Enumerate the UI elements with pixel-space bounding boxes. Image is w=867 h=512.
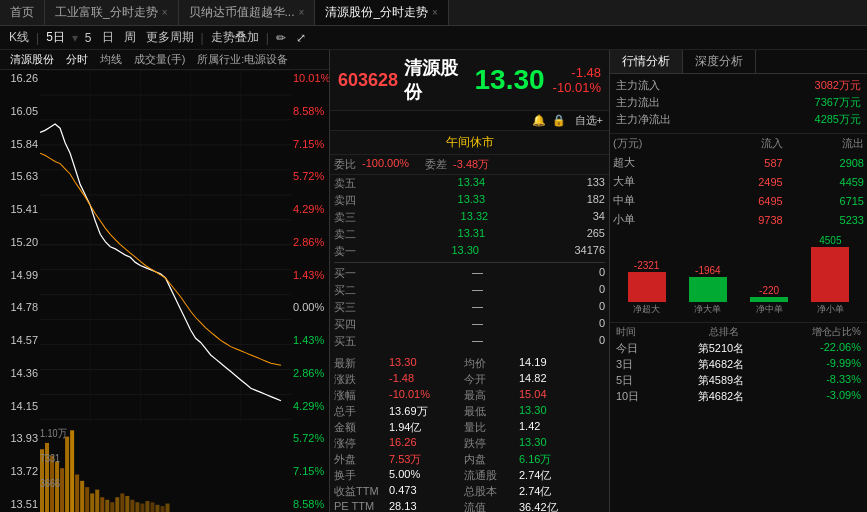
chart-controls: K线 | 5日 ▾ 5 日 周 更多周期 | 走势叠加 | ✏ ⤢ <box>0 26 867 50</box>
change-value: -1.48 <box>571 65 601 80</box>
svg-rect-24 <box>65 436 69 512</box>
sub-tab-junxian[interactable]: 均线 <box>94 52 128 67</box>
tab-depth-analysis[interactable]: 深度分析 <box>683 50 756 73</box>
ranking-5day: 5日 第4589名 -8.33% <box>616 373 861 388</box>
market-status: 午间休市 <box>330 131 609 155</box>
right-panel: 行情分析 深度分析 主力流入 3082万元 主力流出 7367万元 主力净流出 … <box>610 50 867 512</box>
ob-header-row: 委比 -100.00% 委差 -3.48万 <box>330 155 609 175</box>
net-flow-bars-section: -2321 净超大 -1964 净大单 -220 净中单 <box>610 229 867 323</box>
svg-rect-32 <box>105 499 109 512</box>
ctrl-5day[interactable]: 5日 <box>41 29 70 46</box>
stock-name: 清源股份 <box>404 56 474 104</box>
y-labels-left: 16.26 16.05 15.84 15.63 15.41 15.20 14.9… <box>0 70 40 512</box>
svg-rect-29 <box>90 493 94 512</box>
bar-medium: -220 净中单 <box>750 285 788 316</box>
bell-icon[interactable]: 🔔 <box>532 114 546 127</box>
ctrl-week[interactable]: 周 <box>119 29 141 46</box>
buy5-row: 买五 — 0 <box>334 333 605 350</box>
tab-industrial[interactable]: 工业富联_分时走势 × <box>45 0 179 25</box>
bar-small: 4505 净小单 <box>811 235 849 316</box>
price-chart-svg <box>40 70 291 424</box>
svg-rect-28 <box>85 487 89 512</box>
ctrl-5[interactable]: 5 <box>80 31 97 45</box>
flow-netout-val: 4285万元 <box>815 112 861 127</box>
svg-text:3666: 3666 <box>40 477 60 489</box>
tab-qingyuan[interactable]: 清源股份_分时走势 × <box>315 0 449 25</box>
zixuan-button[interactable]: 自选+ <box>575 113 603 128</box>
ranking-3day: 3日 第4682名 -9.99% <box>616 357 861 372</box>
change-pct: -10.01% <box>553 80 601 95</box>
sub-tab-fengshi[interactable]: 分时 <box>60 52 94 67</box>
sub-tab-volume[interactable]: 成交量(手) <box>128 52 191 67</box>
info-panel: 603628 清源股份 13.30 -1.48 -10.01% 🔔 🔒 自选+ … <box>330 50 610 512</box>
tab-bar: 首页 工业富联_分时走势 × 贝纳达币值超越华... × 清源股份_分时走势 × <box>0 0 867 26</box>
sell5-row: 卖五 13.34 133 <box>334 175 605 192</box>
sub-tab-qingyuan[interactable]: 清源股份 <box>4 52 60 67</box>
svg-rect-42 <box>155 504 159 512</box>
flow-inflow-val: 3082万元 <box>815 78 861 93</box>
svg-rect-34 <box>115 497 119 512</box>
tab-crypto[interactable]: 贝纳达币值超越华... × <box>179 0 316 25</box>
webi-val: -100.00% <box>362 157 409 172</box>
stock-header: 603628 清源股份 13.30 -1.48 -10.01% <box>330 50 609 111</box>
sub-tab-industry: 所属行业:电源设备 <box>191 52 294 67</box>
svg-rect-23 <box>60 468 64 512</box>
ctrl-more-period[interactable]: 更多周期 <box>141 29 199 46</box>
ctrl-day[interactable]: 日 <box>97 29 119 46</box>
svg-rect-44 <box>166 503 170 512</box>
ctrl-trend-overlay[interactable]: 走势叠加 <box>206 29 264 46</box>
chart-area: 清源股份 分时 均线 成交量(手) 所属行业:电源设备 16.26 16.05 … <box>0 50 330 512</box>
tab-home[interactable]: 首页 <box>0 0 45 25</box>
bar-chao-large: -2321 净超大 <box>628 260 666 316</box>
ranking-10day: 10日 第4682名 -3.09% <box>616 389 861 404</box>
order-book: 卖五 13.34 133 卖四 13.33 182 卖三 13.32 34 卖二… <box>330 175 609 350</box>
volume-chart-svg: 1.10万 7331 3666 <box>40 424 291 512</box>
svg-rect-35 <box>120 493 124 512</box>
svg-text:7331: 7331 <box>40 452 60 464</box>
draw-icon[interactable]: ✏ <box>271 31 291 45</box>
svg-rect-31 <box>100 497 104 512</box>
chart-sub-header: 清源股份 分时 均线 成交量(手) 所属行业:电源设备 <box>0 50 329 70</box>
table-row: 超大 587 2908 <box>610 153 867 172</box>
flow-netout-row: 主力净流出 4285万元 <box>616 112 861 127</box>
ranking-section: 时间 总排名 增仓占比% 今日 第5210名 -22.06% 3日 第4682名… <box>610 323 867 512</box>
capital-flow-section: 主力流入 3082万元 主力流出 7367万元 主力净流出 4285万元 <box>610 74 867 134</box>
svg-rect-37 <box>130 499 134 512</box>
flow-outflow-row: 主力流出 7367万元 <box>616 95 861 110</box>
svg-rect-43 <box>160 506 164 512</box>
sell2-row: 卖二 13.31 265 <box>334 226 605 243</box>
sell3-row: 卖三 13.32 34 <box>334 209 605 226</box>
chart-canvas: 16.26 16.05 15.84 15.63 15.41 15.20 14.9… <box>0 70 329 512</box>
svg-rect-27 <box>80 480 84 512</box>
svg-rect-38 <box>135 502 139 512</box>
flow-inflow-row: 主力流入 3082万元 <box>616 78 861 93</box>
svg-rect-25 <box>70 430 74 512</box>
svg-rect-40 <box>145 501 149 512</box>
sell1-row: 卖一 13.30 34176 <box>334 243 605 260</box>
bar-large: -1964 净大单 <box>689 265 727 316</box>
table-row: 大单 2495 4459 <box>610 172 867 191</box>
capital-flow-table: (万元) 流入 流出 超大 587 2908 大单 2495 4459 中单 <box>610 134 867 229</box>
ctrl-kline[interactable]: K线 <box>4 29 34 46</box>
stock-change: -1.48 -10.01% <box>553 65 601 95</box>
buy4-row: 买四 — 0 <box>334 316 605 333</box>
stats-grid: 最新13.30 均价14.19 涨跌-1.48 今开14.82 涨幅-10.01… <box>330 354 609 512</box>
stock-code: 603628 <box>338 70 398 91</box>
expand-icon[interactable]: ⤢ <box>291 31 311 45</box>
stock-price: 13.30 <box>475 64 545 96</box>
flow-outflow-val: 7367万元 <box>815 95 861 110</box>
ranking-header: 时间 总排名 增仓占比% <box>616 325 861 339</box>
close-icon[interactable]: × <box>299 7 305 18</box>
ranking-today: 今日 第5210名 -22.06% <box>616 341 861 356</box>
close-icon[interactable]: × <box>162 7 168 18</box>
svg-rect-39 <box>140 503 144 512</box>
tab-market-analysis[interactable]: 行情分析 <box>610 50 683 73</box>
right-tabs: 行情分析 深度分析 <box>610 50 867 74</box>
main-layout: 清源股份 分时 均线 成交量(手) 所属行业:电源设备 16.26 16.05 … <box>0 50 867 512</box>
svg-rect-26 <box>75 474 79 512</box>
lock-icon[interactable]: 🔒 <box>552 114 566 127</box>
buy3-row: 买三 — 0 <box>334 299 605 316</box>
svg-rect-33 <box>110 502 114 512</box>
buy2-row: 买二 — 0 <box>334 282 605 299</box>
close-icon[interactable]: × <box>432 7 438 18</box>
